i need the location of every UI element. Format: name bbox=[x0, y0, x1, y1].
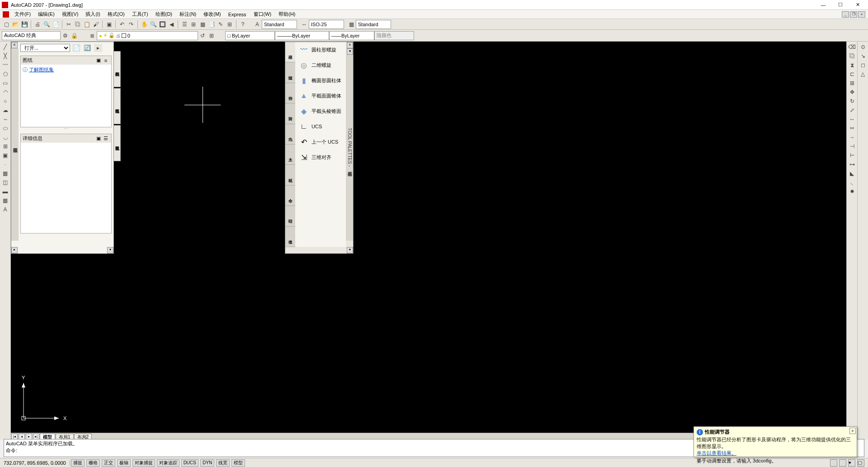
tp-tab-command[interactable]: 命令 bbox=[285, 186, 295, 206]
copy-button[interactable]: ⿻ bbox=[74, 20, 82, 28]
line-tool[interactable]: ╱ bbox=[1, 43, 10, 51]
revcloud-tool[interactable]: ☁ bbox=[1, 106, 10, 114]
circle-tool[interactable]: ○ bbox=[1, 97, 10, 105]
region-tool[interactable]: ▬ bbox=[1, 187, 10, 196]
table-tool[interactable]: ▦ bbox=[1, 196, 10, 205]
mdi-close-button[interactable]: × bbox=[858, 11, 865, 18]
publish-button[interactable]: 📄 bbox=[52, 20, 60, 28]
osnap-toggle[interactable]: 对象捕捉 bbox=[132, 459, 155, 467]
snap-endpoint-button[interactable]: ◻ bbox=[859, 61, 868, 69]
tool-palettes-menu-button[interactable]: ▾ bbox=[347, 247, 353, 253]
qnew-button[interactable]: ▢ bbox=[2, 20, 10, 28]
sheetset-learn-link[interactable]: 了解图纸集 bbox=[29, 67, 54, 72]
menu-tools[interactable]: 工具(T) bbox=[128, 10, 152, 19]
sheetset-tab-model[interactable]: 模型视图 bbox=[113, 125, 121, 161]
move-tool[interactable]: ✥ bbox=[848, 88, 857, 96]
xline-tool[interactable]: ╳ bbox=[1, 52, 10, 60]
design-center-button[interactable]: ⊞ bbox=[189, 20, 198, 28]
menu-draw[interactable]: 绘图(D) bbox=[152, 10, 176, 19]
tp-tab-modeling[interactable]: 建模 bbox=[285, 42, 295, 62]
tp-item-2d-helix[interactable]: ◎二维螺旋 bbox=[295, 57, 346, 73]
maximize-button[interactable]: ☐ bbox=[832, 1, 849, 9]
layer-states-button[interactable]: ⊞ bbox=[208, 32, 216, 40]
tp-tab-mech[interactable]: 机械 bbox=[285, 165, 295, 185]
quickcalc-button[interactable]: ⊞ bbox=[226, 20, 234, 28]
tp-tab-civil[interactable]: 土木 bbox=[285, 145, 295, 165]
polyline-tool[interactable]: 〰 bbox=[1, 61, 10, 69]
menu-edit[interactable]: 编辑(E) bbox=[34, 10, 58, 19]
mtext-tool[interactable]: A bbox=[1, 205, 10, 214]
tp-tab-electric[interactable]: 电力 bbox=[285, 124, 295, 145]
zoom-previous-button[interactable]: ◀ bbox=[167, 20, 175, 28]
tp-item-cyl-helix[interactable]: 〰圆柱形螺旋 bbox=[295, 42, 346, 57]
tp-item-ell-cylinder[interactable]: ▮椭圆形圆柱体 bbox=[295, 73, 346, 88]
balloon-view-results-link[interactable]: 单击以查看结果。 bbox=[697, 450, 736, 456]
help-button[interactable]: ? bbox=[239, 20, 247, 28]
tp-tab-revolve[interactable]: 旋转 bbox=[285, 103, 295, 124]
detail-list-button[interactable]: ☰ bbox=[103, 135, 109, 142]
ortho-toggle[interactable]: 正交 bbox=[102, 459, 115, 467]
mirror-tool[interactable]: ⧗ bbox=[848, 61, 857, 69]
sheetset-list-button[interactable]: ≡ bbox=[103, 57, 109, 64]
redo-button[interactable]: ↷ bbox=[127, 20, 135, 28]
sheetset-button[interactable]: 📑 bbox=[208, 20, 216, 28]
tool-palettes-title-bar[interactable]: TOOL PALETTES - 所有选项板 bbox=[346, 55, 353, 241]
sheetset-props-button[interactable]: ▾ bbox=[107, 247, 113, 253]
chamfer-tool[interactable]: ◣ bbox=[848, 169, 857, 177]
sheetset-new-button[interactable]: 📄 bbox=[72, 44, 80, 52]
tp-tab-helix[interactable]: 螺旋 bbox=[285, 62, 295, 83]
erase-tool[interactable]: ⌫ bbox=[848, 43, 857, 51]
mdi-restore-button[interactable]: ❐ bbox=[850, 11, 857, 18]
sheetset-sheets-body[interactable]: ⓘ 了解图纸集 bbox=[21, 65, 111, 127]
menu-insert[interactable]: 插入(I) bbox=[82, 10, 104, 19]
rotate-tool[interactable]: ↻ bbox=[848, 97, 857, 105]
tp-item-frustum-pyramid[interactable]: ◆平截头棱锥面 bbox=[295, 103, 346, 119]
grid-toggle[interactable]: 栅格 bbox=[86, 459, 100, 467]
pan-button[interactable]: ✋ bbox=[140, 20, 148, 28]
break-at-point-tool[interactable]: ⊣ bbox=[848, 142, 857, 150]
scale-tool[interactable]: ⤢ bbox=[848, 106, 857, 114]
paste-button[interactable]: 📋 bbox=[83, 20, 91, 28]
sheetset-details-body[interactable] bbox=[21, 143, 111, 233]
plot-preview-button[interactable]: 🔍 bbox=[42, 20, 51, 28]
open-button[interactable]: 📂 bbox=[11, 20, 19, 28]
dim-style-combo[interactable]: ISO-25 bbox=[309, 20, 344, 29]
workspace-combo[interactable]: AutoCAD 经典 bbox=[2, 31, 61, 40]
menu-window[interactable]: 窗口(W) bbox=[250, 10, 275, 19]
point-tool[interactable]: · bbox=[1, 160, 10, 168]
otrack-toggle[interactable]: 对象追踪 bbox=[157, 459, 179, 467]
tp-tab-modify[interactable]: 修改 bbox=[285, 227, 295, 247]
sheetset-palette-title[interactable]: 图纸集管理器 bbox=[11, 48, 19, 241]
sheetset-view-button[interactable]: ▣ bbox=[95, 57, 102, 64]
sheetset-tab-views[interactable]: 图纸视图 bbox=[113, 88, 121, 124]
tool-palettes-close-button[interactable]: × bbox=[347, 42, 353, 48]
sheetset-open-combo[interactable]: 打开... bbox=[20, 44, 70, 52]
balloon-close-button[interactable]: × bbox=[849, 428, 856, 434]
clean-screen-icon[interactable]: ▢ bbox=[857, 459, 864, 467]
fillet-tool[interactable]: ◟ bbox=[848, 178, 857, 187]
tp-item-3dalign[interactable]: ⇲三维对齐 bbox=[295, 149, 346, 165]
tp-tab-extrude[interactable]: 拉伸 bbox=[285, 83, 295, 103]
zoom-realtime-button[interactable]: 🔍 bbox=[149, 20, 157, 28]
snap-from-button[interactable]: ↘ bbox=[859, 52, 868, 60]
snap-toggle[interactable]: 捕捉 bbox=[71, 459, 85, 467]
block-editor-button[interactable]: ▣ bbox=[105, 20, 113, 28]
trim-tool[interactable]: ✂ bbox=[848, 124, 857, 132]
coordinates-display[interactable]: 732.0797, 895.6985, 0.0000 bbox=[0, 460, 70, 466]
sheetset-close-button[interactable]: × bbox=[11, 42, 18, 48]
tp-tab-connect[interactable]: 联结 bbox=[285, 206, 295, 226]
zoom-window-button[interactable]: 🔲 bbox=[158, 20, 166, 28]
ellipse-tool[interactable]: ⬭ bbox=[1, 124, 10, 132]
my-workspace-button[interactable]: 🔒 bbox=[70, 32, 78, 40]
menu-format[interactable]: 格式(O) bbox=[104, 10, 128, 19]
lwt-toggle[interactable]: 线宽 bbox=[216, 459, 230, 467]
layer-manager-button[interactable]: ≣ bbox=[88, 32, 96, 40]
lineweight-combo[interactable]: —— ByLayer bbox=[329, 31, 374, 40]
mdi-minimize-button[interactable]: _ bbox=[842, 11, 849, 18]
layer-combo[interactable]: ● ☀ 🔓 🖨 0 bbox=[97, 31, 198, 40]
arc-tool[interactable]: ◠ bbox=[1, 88, 10, 96]
matchprop-button[interactable]: 🖌 bbox=[92, 20, 100, 28]
stretch-tool[interactable]: ↔ bbox=[848, 115, 857, 123]
markup-button[interactable]: ✎ bbox=[217, 20, 225, 28]
save-button[interactable]: 💾 bbox=[20, 20, 28, 28]
